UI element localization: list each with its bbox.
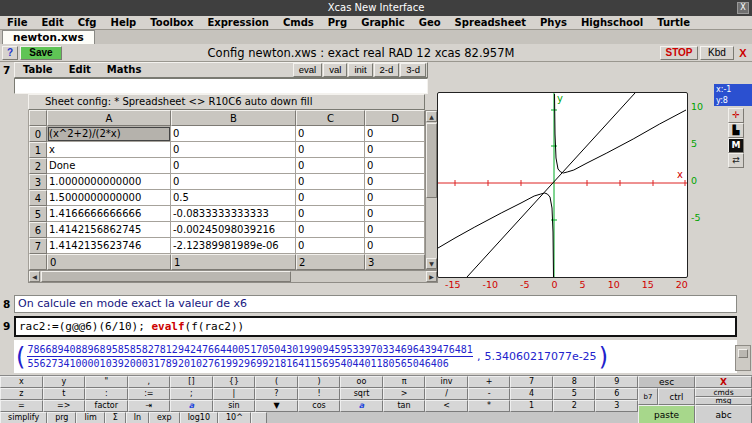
- menu-item[interactable]: File: [0, 16, 34, 29]
- cell-a[interactable]: 1.5000000000000: [47, 190, 171, 206]
- cell-c[interactable]: 0: [296, 222, 365, 238]
- cell-d[interactable]: 0: [365, 174, 425, 190]
- row-header[interactable]: 5: [29, 206, 47, 222]
- keyboard-key[interactable]: z: [0, 388, 43, 400]
- keyboard-key[interactable]: factor: [85, 400, 128, 412]
- scroll-left-icon[interactable]: ◀: [29, 271, 40, 282]
- result-output[interactable]: ( 78668940889689585858278129424766440051…: [14, 340, 737, 373]
- level-number-7[interactable]: 7: [3, 64, 10, 76]
- footer-cell[interactable]: 3: [365, 254, 425, 270]
- keyboard-key[interactable]: ,: [128, 376, 171, 388]
- cell-a[interactable]: (x^2+2)/(2*x): [47, 126, 171, 142]
- keyboard-key[interactable]: :=: [128, 388, 171, 400]
- keyboard-key[interactable]: :: [85, 388, 128, 400]
- tab-newton-xws[interactable]: newton.xws: [2, 30, 95, 44]
- cell-b[interactable]: -0.0833333333333: [171, 206, 296, 222]
- cell-c[interactable]: 0: [296, 206, 365, 222]
- msg-key[interactable]: msg: [695, 397, 752, 406]
- sheet-toolbar-button[interactable]: 3-d: [400, 63, 426, 77]
- sheet-horizontal-scrollbar[interactable]: ◀ ▶: [28, 270, 438, 283]
- keyboard-key[interactable]: oo: [340, 376, 383, 388]
- keyboard-key[interactable]: 8: [553, 376, 596, 388]
- vertical-scroll-thumb[interactable]: [426, 123, 437, 198]
- cell-b[interactable]: -2.12389981989e-06: [171, 238, 296, 254]
- b7-key[interactable]: b7: [638, 388, 658, 405]
- level-number-8[interactable]: 8: [3, 298, 10, 310]
- menu-item[interactable]: Highschool: [574, 16, 650, 29]
- row-header[interactable]: 4: [29, 190, 47, 206]
- keyboard-key[interactable]: ln: [126, 412, 149, 423]
- zoom-mode-icon[interactable]: ▙: [728, 123, 744, 138]
- keyboard-key[interactable]: a: [340, 400, 383, 412]
- ctrl-key[interactable]: ctrl: [658, 388, 695, 405]
- help-button[interactable]: ?: [2, 46, 18, 60]
- keyboard-key[interactable]: /: [425, 388, 468, 400]
- keyboard-key[interactable]: Σ: [105, 412, 126, 423]
- keyboard-key[interactable]: 3: [595, 400, 638, 412]
- scroll-right-icon[interactable]: ▶: [426, 271, 437, 282]
- save-button[interactable]: Save: [20, 46, 62, 60]
- keyboard-key[interactable]: 2: [553, 400, 596, 412]
- cell-a[interactable]: x: [47, 142, 171, 158]
- keyboard-key[interactable]: =>: [43, 400, 86, 412]
- keyboard-key[interactable]: 6: [595, 388, 638, 400]
- cell-d[interactable]: 0: [365, 142, 425, 158]
- menu-item[interactable]: Cfg: [71, 16, 104, 29]
- keyboard-key[interactable]: exp: [149, 412, 180, 423]
- keyboard-key[interactable]: 10^: [218, 412, 251, 423]
- cell-b[interactable]: 0: [171, 142, 296, 158]
- menu-item[interactable]: Cmds: [276, 16, 321, 29]
- footer-cell[interactable]: 2: [296, 254, 365, 270]
- keyboard-key[interactable]: ▼: [255, 400, 298, 412]
- cell-d[interactable]: 0: [365, 190, 425, 206]
- scroll-up-icon[interactable]: ▲: [426, 111, 437, 122]
- esc-key[interactable]: esc: [638, 376, 695, 388]
- sheet-menu-item[interactable]: Table: [15, 63, 61, 77]
- row-header[interactable]: 3: [29, 174, 47, 190]
- keyboard-key[interactable]: (: [255, 376, 298, 388]
- keyboard-key[interactable]: ;: [170, 388, 213, 400]
- menu-item[interactable]: Prg: [321, 16, 354, 29]
- keyboard-key[interactable]: x: [0, 376, 43, 388]
- keyboard-key[interactable]: ?: [255, 388, 298, 400]
- sheet-menu-item[interactable]: Edit: [61, 63, 99, 77]
- sheet-menu-item[interactable]: Maths: [99, 63, 150, 77]
- menu-item[interactable]: Geo: [412, 16, 448, 29]
- graph-menu-button[interactable]: M: [728, 138, 744, 153]
- keyboard-key[interactable]: simplify: [0, 412, 47, 423]
- keyboard-key[interactable]: inv: [425, 376, 468, 388]
- footer-cell[interactable]: 1: [171, 254, 296, 270]
- keyboard-key[interactable]: tan: [383, 400, 426, 412]
- keyboard-key[interactable]: sin: [213, 400, 256, 412]
- horizontal-scroll-thumb[interactable]: [41, 271, 291, 282]
- keyboard-key[interactable]: =: [0, 400, 43, 412]
- keyboard-key[interactable]: cos: [298, 400, 341, 412]
- keyboard-key[interactable]: ): [298, 376, 341, 388]
- keyboard-key[interactable]: log10: [180, 412, 218, 423]
- row-header[interactable]: 7: [29, 238, 47, 254]
- cell-d[interactable]: 0: [365, 126, 425, 142]
- cell-a[interactable]: 1.4166666666666: [47, 206, 171, 222]
- menu-item[interactable]: Expression: [200, 16, 275, 29]
- column-header-d[interactable]: D: [365, 110, 425, 126]
- keyboard-key[interactable]: -: [468, 388, 511, 400]
- menu-item[interactable]: Help: [104, 16, 144, 29]
- command-entry[interactable]: rac2:=(g@@6)(6/10); evalf(f(rac2)): [14, 316, 737, 337]
- cell-b[interactable]: 0: [171, 126, 296, 142]
- keyboard-key[interactable]: 1: [510, 400, 553, 412]
- keyboard-key[interactable]: π: [383, 376, 426, 388]
- cell-a[interactable]: 1.4142156862745: [47, 222, 171, 238]
- axes-toggle-icon[interactable]: ⇄: [728, 153, 744, 168]
- cell-c[interactable]: 0: [296, 142, 365, 158]
- cell-d[interactable]: 0: [365, 222, 425, 238]
- sheet-toolbar-button[interactable]: val: [323, 63, 347, 77]
- cell-a[interactable]: 1.0000000000000: [47, 174, 171, 190]
- session-close-button[interactable]: X: [736, 46, 750, 60]
- cell-c[interactable]: 0: [296, 174, 365, 190]
- graph-plot[interactable]: [437, 92, 688, 278]
- cell-d[interactable]: 0: [365, 238, 425, 254]
- row-header-blank[interactable]: [29, 254, 47, 270]
- cell-a[interactable]: 1.4142135623746: [47, 238, 171, 254]
- row-header[interactable]: 2: [29, 158, 47, 174]
- cell-b[interactable]: 0.5: [171, 190, 296, 206]
